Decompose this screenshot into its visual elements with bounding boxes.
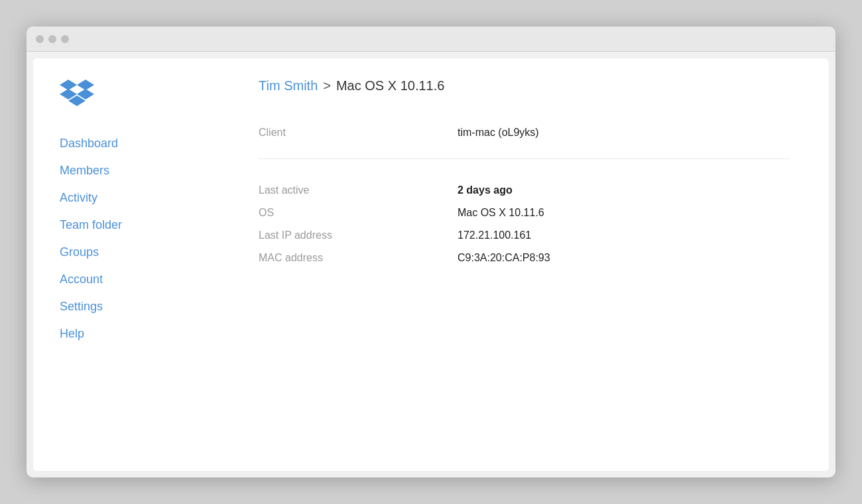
traffic-lights	[36, 35, 69, 43]
detail-value-ip: 172.21.100.161	[458, 229, 531, 241]
sidebar-item-settings[interactable]: Settings	[60, 300, 219, 314]
breadcrumb-current: Mac OS X 10.11.6	[336, 78, 444, 94]
sidebar-item-help[interactable]: Help	[60, 327, 219, 341]
detail-label-ip: Last IP address	[259, 229, 458, 241]
main-content: Tim Smith > Mac OS X 10.11.6 Client tim-…	[219, 58, 829, 471]
sidebar-item-members[interactable]: Members	[60, 164, 219, 178]
detail-label-os: OS	[259, 207, 458, 219]
breadcrumb: Tim Smith > Mac OS X 10.11.6	[259, 78, 789, 94]
logo	[60, 78, 219, 110]
sidebar-item-dashboard[interactable]: Dashboard	[60, 137, 219, 151]
dropbox-icon	[60, 78, 94, 107]
detail-value-mac: C9:3A:20:CA:P8:93	[458, 252, 550, 264]
client-value: tim-mac (oL9yks)	[458, 127, 539, 139]
detail-label-last-active: Last active	[259, 184, 458, 196]
sidebar: Dashboard Members Activity Team folder G…	[33, 58, 219, 471]
detail-row-mac: MAC address C9:3A:20:CA:P8:93	[259, 247, 789, 269]
window-body: Dashboard Members Activity Team folder G…	[33, 58, 829, 471]
titlebar	[27, 27, 835, 52]
breadcrumb-user[interactable]: Tim Smith	[259, 78, 318, 94]
client-label: Client	[259, 127, 458, 139]
detail-value-os: Mac OS X 10.11.6	[458, 207, 544, 219]
sidebar-item-account[interactable]: Account	[60, 273, 219, 286]
breadcrumb-separator: >	[323, 78, 331, 94]
detail-row-ip: Last IP address 172.21.100.161	[259, 224, 789, 247]
sidebar-item-groups[interactable]: Groups	[60, 245, 219, 259]
detail-value-last-active: 2 days ago	[458, 184, 513, 196]
client-field-row: Client tim-mac (oL9yks)	[259, 127, 789, 139]
fullscreen-button[interactable]	[61, 35, 69, 43]
sidebar-item-team-folder[interactable]: Team folder	[60, 218, 219, 232]
detail-row-os: OS Mac OS X 10.11.6	[259, 202, 789, 224]
close-button[interactable]	[36, 35, 44, 43]
svg-marker-0	[60, 80, 77, 90]
detail-label-mac: MAC address	[259, 252, 458, 264]
sidebar-nav: Dashboard Members Activity Team folder G…	[60, 137, 219, 341]
client-section: Client tim-mac (oL9yks)	[259, 107, 789, 159]
details-section: Last active 2 days ago OS Mac OS X 10.11…	[259, 159, 789, 289]
svg-marker-1	[77, 80, 94, 90]
minimize-button[interactable]	[48, 35, 56, 43]
sidebar-item-activity[interactable]: Activity	[60, 191, 219, 205]
detail-row-last-active: Last active 2 days ago	[259, 179, 789, 202]
app-window: Dashboard Members Activity Team folder G…	[27, 27, 835, 477]
